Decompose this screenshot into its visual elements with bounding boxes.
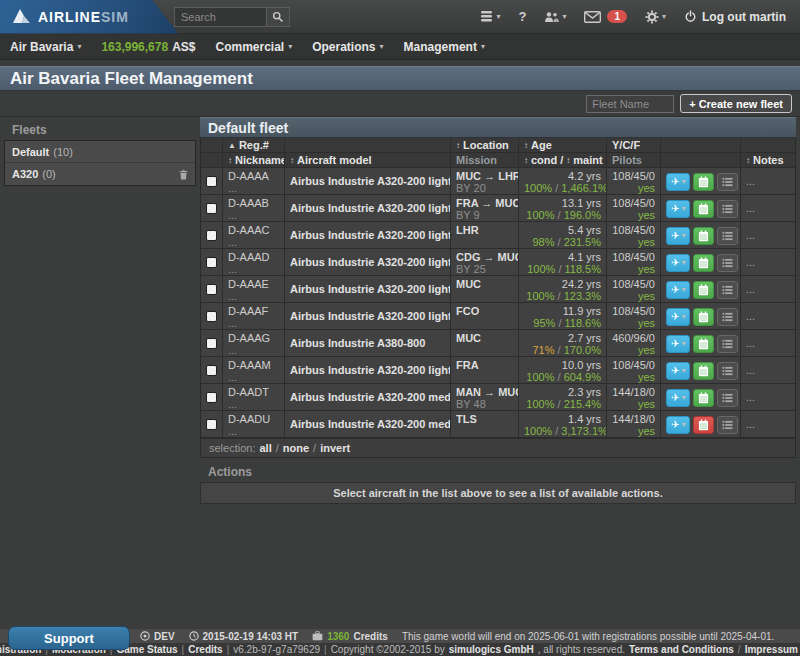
aircraft-model-link[interactable]: Airbus Industrie A320-200 light: [285, 303, 451, 330]
aircraft-actions-dropdown-button[interactable]: ✈ ▾: [666, 389, 690, 407]
notes-cell[interactable]: ...: [741, 411, 795, 438]
column-header-cond-maint[interactable]: ↕ cond / ↕ maint: [519, 153, 607, 168]
worlds-menu-button[interactable]: ▾: [480, 10, 500, 23]
column-header-nickname[interactable]: ↕ Nickname: [223, 153, 285, 168]
notes-cell[interactable]: ...: [741, 222, 795, 249]
reg-number-link[interactable]: D-AAAB: [228, 197, 279, 209]
search-input[interactable]: [174, 7, 266, 27]
schedule-button[interactable]: [693, 335, 714, 353]
notes-cell[interactable]: ...: [741, 249, 795, 276]
column-header-age[interactable]: ↕ Age: [519, 138, 607, 153]
row-checkbox[interactable]: [206, 284, 217, 295]
row-checkbox[interactable]: [206, 203, 217, 214]
select-all-link[interactable]: all: [259, 442, 271, 454]
search-button[interactable]: [266, 7, 290, 27]
notes-cell[interactable]: ...: [741, 168, 795, 195]
reg-number-link[interactable]: D-AAAF: [228, 305, 279, 317]
company-link[interactable]: simulogics GmbH: [449, 644, 534, 655]
column-header-notes[interactable]: ↕ Notes: [741, 153, 795, 168]
fleet-item-default[interactable]: Default (10): [5, 141, 195, 163]
aircraft-model-link[interactable]: Airbus Industrie A320-200 light: [285, 168, 451, 195]
logout-button[interactable]: Log out martin: [684, 10, 786, 24]
notes-cell[interactable]: ...: [741, 195, 795, 222]
row-checkbox[interactable]: [206, 176, 217, 187]
flight-list-button[interactable]: [717, 308, 738, 326]
aircraft-actions-dropdown-button[interactable]: ✈ ▾: [666, 173, 690, 191]
reg-number-link[interactable]: D-AADT: [228, 386, 279, 398]
aircraft-actions-dropdown-button[interactable]: ✈ ▾: [666, 416, 690, 434]
flight-list-button[interactable]: [717, 254, 738, 272]
aircraft-actions-dropdown-button[interactable]: ✈ ▾: [666, 281, 690, 299]
aircraft-model-link[interactable]: Airbus Industrie A320-200 light: [285, 249, 451, 276]
reg-number-link[interactable]: D-AAAM: [228, 359, 279, 371]
schedule-button[interactable]: [693, 416, 714, 434]
schedule-button[interactable]: [693, 281, 714, 299]
row-checkbox[interactable]: [206, 311, 217, 322]
reg-number-link[interactable]: D-AAAD: [228, 251, 279, 263]
settings-menu-button[interactable]: ▾: [645, 10, 666, 24]
messages-button[interactable]: 1: [584, 10, 627, 23]
flight-list-button[interactable]: [717, 227, 738, 245]
row-checkbox[interactable]: [206, 392, 217, 403]
menu-management[interactable]: Management ▾: [404, 40, 485, 54]
schedule-button[interactable]: [693, 173, 714, 191]
airlinesim-logo[interactable]: AIRLINESIM: [0, 0, 180, 34]
aircraft-model-link[interactable]: Airbus Industrie A380-800: [285, 330, 451, 357]
reg-number-link[interactable]: D-AAAC: [228, 224, 279, 236]
row-checkbox[interactable]: [206, 230, 217, 241]
row-checkbox[interactable]: [206, 419, 217, 430]
flight-list-button[interactable]: [717, 281, 738, 299]
schedule-button[interactable]: [693, 254, 714, 272]
row-checkbox[interactable]: [206, 338, 217, 349]
aircraft-model-link[interactable]: Airbus Industrie A320-200 light: [285, 357, 451, 384]
terms-link[interactable]: Terms and Conditions: [629, 644, 734, 655]
impressum-link[interactable]: Impressum: [745, 644, 798, 655]
schedule-button[interactable]: [693, 200, 714, 218]
aircraft-model-link[interactable]: Airbus Industrie A320-200 medium: [285, 384, 451, 411]
schedule-button[interactable]: [693, 227, 714, 245]
aircraft-model-link[interactable]: Airbus Industrie A320-200 light: [285, 195, 451, 222]
select-invert-link[interactable]: invert: [320, 442, 350, 454]
menu-operations[interactable]: Operations ▾: [312, 40, 383, 54]
notes-cell[interactable]: ...: [741, 357, 795, 384]
airline-menu[interactable]: Air Bavaria ▾: [10, 40, 81, 54]
schedule-button[interactable]: [693, 389, 714, 407]
balance-link[interactable]: 163,996,678 AS$: [101, 40, 195, 54]
fleet-item-a320[interactable]: A320 (0): [5, 163, 195, 185]
aircraft-actions-dropdown-button[interactable]: ✈ ▾: [666, 308, 690, 326]
delete-fleet-button[interactable]: [179, 169, 188, 180]
column-header-model[interactable]: ↕ Aircraft model: [285, 153, 451, 168]
aircraft-actions-dropdown-button[interactable]: ✈ ▾: [666, 227, 690, 245]
aircraft-actions-dropdown-button[interactable]: ✈ ▾: [666, 200, 690, 218]
aircraft-actions-dropdown-button[interactable]: ✈ ▾: [666, 254, 690, 272]
notes-cell[interactable]: ...: [741, 276, 795, 303]
row-checkbox[interactable]: [206, 257, 217, 268]
column-header-location[interactable]: ↕ Location: [451, 138, 519, 153]
fleet-name-input[interactable]: [586, 95, 674, 113]
select-none-link[interactable]: none: [283, 442, 309, 454]
reg-number-link[interactable]: D-AAAE: [228, 278, 279, 290]
community-menu-button[interactable]: ▾: [544, 11, 566, 23]
flight-list-button[interactable]: [717, 200, 738, 218]
help-button[interactable]: ?: [518, 9, 526, 24]
aircraft-actions-dropdown-button[interactable]: ✈ ▾: [666, 335, 690, 353]
flight-list-button[interactable]: [717, 173, 738, 191]
row-checkbox[interactable]: [206, 365, 217, 376]
notes-cell[interactable]: ...: [741, 330, 795, 357]
schedule-button[interactable]: [693, 308, 714, 326]
support-button[interactable]: Support: [8, 626, 130, 650]
flight-list-button[interactable]: [717, 362, 738, 380]
reg-number-link[interactable]: D-AADU: [228, 413, 279, 425]
schedule-button[interactable]: [693, 362, 714, 380]
flight-list-button[interactable]: [717, 335, 738, 353]
notes-cell[interactable]: ...: [741, 303, 795, 330]
reg-number-link[interactable]: D-AAAA: [228, 170, 279, 182]
aircraft-model-link[interactable]: Airbus Industrie A320-200 medium: [285, 411, 451, 438]
flight-list-button[interactable]: [717, 389, 738, 407]
aircraft-model-link[interactable]: Airbus Industrie A320-200 light: [285, 222, 451, 249]
aircraft-actions-dropdown-button[interactable]: ✈ ▾: [666, 362, 690, 380]
reg-number-link[interactable]: D-AAAG: [228, 332, 279, 344]
aircraft-model-link[interactable]: Airbus Industrie A320-200 light: [285, 276, 451, 303]
notes-cell[interactable]: ...: [741, 384, 795, 411]
flight-list-button[interactable]: [717, 416, 738, 434]
